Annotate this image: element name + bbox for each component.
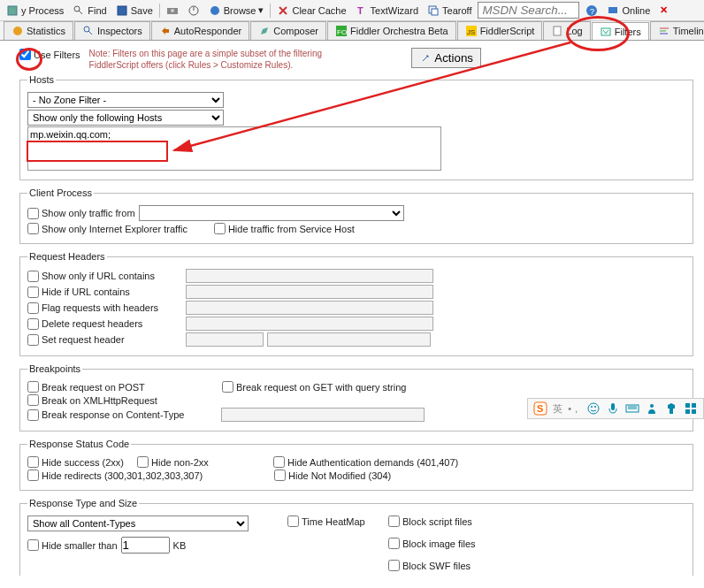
tab-label: Timeline: [673, 26, 704, 36]
hosts-textarea[interactable]: mp.weixin.qq.com;: [27, 126, 441, 171]
camera-button[interactable]: [164, 4, 181, 18]
zone-filter-select[interactable]: - No Zone Filter -: [27, 92, 224, 108]
set-header-value-input[interactable]: [267, 332, 431, 347]
use-filters-checkbox[interactable]: Use Filters: [19, 49, 80, 60]
person-icon[interactable]: [645, 401, 659, 416]
client-process-group: Client Process Show only traffic from Sh…: [19, 187, 693, 244]
block-image-checkbox[interactable]: Block image files: [388, 538, 476, 549]
msdn-search-input[interactable]: [478, 2, 579, 19]
keyboard-icon[interactable]: [625, 401, 639, 416]
show-only-traffic-checkbox[interactable]: Show only traffic from: [27, 208, 135, 219]
hide-success-checkbox[interactable]: Hide success (2xx): [27, 456, 134, 468]
content-type-select[interactable]: Show all Content-Types: [27, 515, 249, 531]
fiddlerscript-icon: JS: [465, 25, 478, 37]
hide-notmod-checkbox[interactable]: Hide Not Modified (304): [274, 470, 391, 481]
tearoff-label: Tearoff: [442, 5, 471, 16]
request-headers-group: Request Headers Show only if URL contain…: [19, 251, 693, 356]
voice-icon[interactable]: [606, 401, 620, 416]
svg-point-5: [171, 9, 174, 12]
break-get-checkbox[interactable]: Break request on GET with query string: [222, 381, 406, 393]
skin-icon[interactable]: [664, 401, 678, 416]
tab-autoresponder[interactable]: AutoResponder: [151, 21, 249, 40]
flag-headers-input[interactable]: [186, 301, 433, 315]
process-select[interactable]: [139, 205, 404, 221]
tab-timeline[interactable]: Timeline: [650, 21, 704, 40]
tab-statistics[interactable]: Statistics: [4, 21, 73, 40]
textwizard-button[interactable]: TTextWizard: [353, 4, 421, 18]
break-post-checkbox[interactable]: Break request on POST: [27, 381, 195, 393]
ime-lang[interactable]: 英: [553, 402, 562, 416]
tab-label: AutoResponder: [174, 26, 241, 36]
autoresponder-icon: [159, 25, 172, 37]
log-icon: [551, 25, 563, 37]
set-header-name-input[interactable]: [186, 332, 264, 347]
block-swf-checkbox[interactable]: Block SWF files: [388, 560, 476, 571]
client-legend: Client Process: [27, 187, 94, 198]
save-label: Save: [131, 5, 153, 16]
url-contains-checkbox[interactable]: Show only if URL contains: [27, 271, 182, 282]
hide-redirects-checkbox[interactable]: Hide redirects (300,301,302,303,307): [27, 470, 271, 481]
hide-url-input[interactable]: [186, 285, 433, 299]
url-contains-input[interactable]: [186, 269, 433, 283]
main-toolbar: y Process Find Save Browse ▾ Clear Cache…: [0, 0, 704, 21]
filters-icon: [600, 26, 612, 38]
tab-log[interactable]: Log: [543, 21, 590, 40]
find-label: Find: [88, 5, 106, 16]
tearoff-icon: [427, 4, 440, 17]
clear-cache-label: Clear Cache: [292, 5, 346, 16]
stats-icon: [11, 25, 24, 37]
online-button[interactable]: Online: [604, 4, 653, 18]
timeline-icon: [658, 25, 670, 37]
delete-headers-input[interactable]: [186, 317, 433, 331]
svg-text:S: S: [537, 403, 543, 414]
sogou-icon[interactable]: S: [533, 401, 547, 416]
tab-label: Fiddler Orchestra Beta: [350, 26, 448, 36]
tab-strip: Statistics Inspectors AutoResponder Comp…: [0, 21, 704, 41]
tab-filters[interactable]: Filters: [592, 22, 649, 41]
ime-toolbar[interactable]: S 英 •，: [527, 398, 704, 419]
close-button[interactable]: ✕: [656, 4, 671, 16]
browse-button[interactable]: Browse ▾: [206, 4, 267, 18]
hide-svc-checkbox[interactable]: Hide traffic from Service Host: [214, 223, 355, 234]
inspectors-icon: [82, 25, 95, 37]
break-xhr-checkbox[interactable]: Break on XMLHttpRequest: [27, 394, 157, 406]
timer-button[interactable]: [185, 4, 203, 18]
host-filter-select[interactable]: Show only the following Hosts: [27, 110, 224, 126]
delete-headers-checkbox[interactable]: Delete request headers: [27, 318, 182, 330]
actions-label: Actions: [434, 51, 473, 65]
tab-fiddlerscript[interactable]: JSFiddlerScript: [457, 21, 543, 40]
emoji-icon[interactable]: [586, 401, 601, 416]
show-ie-checkbox[interactable]: Show only Internet Explorer traffic: [27, 223, 187, 234]
svg-rect-38: [685, 403, 690, 408]
help-button[interactable]: ?: [583, 4, 601, 18]
hide-non2xx-checkbox[interactable]: Hide non-2xx: [137, 456, 270, 468]
process-button[interactable]: y Process: [4, 4, 66, 18]
svg-point-8: [210, 6, 219, 15]
save-button[interactable]: Save: [113, 4, 156, 18]
tab-orchestra[interactable]: FOFiddler Orchestra Beta: [327, 21, 456, 40]
find-button[interactable]: Find: [70, 4, 109, 18]
size-input[interactable]: [121, 537, 170, 554]
toolbox-icon[interactable]: [684, 401, 698, 416]
svg-point-15: [13, 27, 22, 35]
block-script-checkbox[interactable]: Block script files: [388, 515, 476, 527]
tab-label: Composer: [273, 26, 318, 36]
clear-cache-button[interactable]: Clear Cache: [274, 4, 348, 18]
hide-url-checkbox[interactable]: Hide if URL contains: [27, 286, 182, 298]
bp-legend: Breakpoints: [27, 363, 82, 374]
heatmap-checkbox[interactable]: Time HeatMap: [287, 515, 385, 527]
tab-label: Statistics: [27, 26, 65, 36]
tab-composer[interactable]: Composer: [250, 21, 326, 40]
hide-auth-checkbox[interactable]: Hide Authentication demands (401,407): [273, 456, 458, 468]
break-ct-checkbox[interactable]: Break response on Content-Type: [27, 409, 218, 421]
hide-smaller-checkbox[interactable]: Hide smaller than: [27, 539, 118, 551]
break-ct-input[interactable]: [221, 408, 425, 422]
tab-inspectors[interactable]: Inspectors: [74, 21, 150, 40]
tab-label: Inspectors: [97, 26, 142, 36]
actions-button[interactable]: Actions: [411, 48, 481, 68]
flag-headers-checkbox[interactable]: Flag requests with headers: [27, 302, 182, 314]
tearoff-button[interactable]: Tearoff: [425, 4, 474, 18]
svg-line-2: [79, 11, 82, 14]
svg-rect-0: [8, 6, 17, 15]
set-header-checkbox[interactable]: Set request header: [27, 334, 182, 346]
